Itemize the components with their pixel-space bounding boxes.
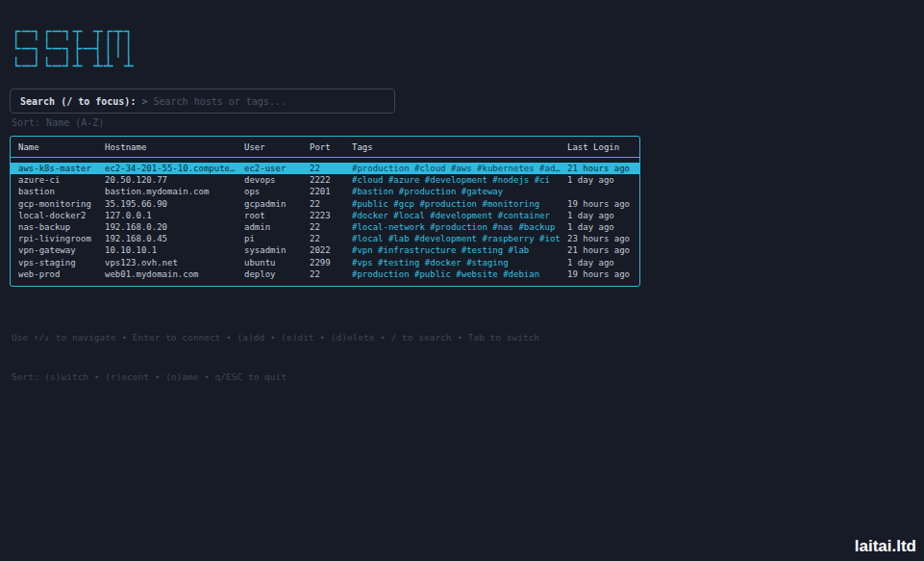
cell-tags: #docker #local #development #container (352, 210, 567, 221)
table-row[interactable]: vps-staging vps123.ovh.net ubuntu 2299 #… (11, 257, 639, 268)
cell-user: ubuntu (244, 257, 310, 268)
cell-last-login: 21 hours ago (567, 244, 632, 256)
cell-last-login (567, 186, 632, 197)
search-prompt-icon: > (141, 96, 153, 107)
cell-name: vpn-gateway (18, 244, 105, 256)
cell-name: vps-staging (18, 257, 105, 268)
cell-user: root (244, 210, 310, 221)
sort-help-text: Sort: (s)witch • (r)ecent • (n)ame • q/E… (12, 370, 539, 384)
cell-name: rpi-livingroom (18, 233, 105, 244)
cell-port: 22 (310, 268, 352, 280)
cell-port: 22 (310, 163, 352, 174)
cell-last-login: 1 day ago (567, 174, 632, 186)
table-row[interactable]: vpn-gateway 10.10.10.1 sysadmin 2022 #vp… (11, 244, 639, 256)
cell-hostname: 10.10.10.1 (105, 244, 244, 256)
cell-last-login: 1 day ago (567, 210, 632, 221)
table-row[interactable]: bastion bastion.mydomain.com ops 2201 #b… (11, 186, 639, 197)
column-header-tags: Tags (352, 142, 567, 152)
cell-tags: #local-network #production #nas #backup (352, 221, 567, 233)
column-header-user: User (244, 142, 310, 152)
cell-tags: #production #public #website #debian (352, 268, 567, 280)
search-placeholder: Search hosts or tags... (153, 96, 286, 107)
cell-hostname: web01.mydomain.com (105, 268, 244, 280)
footer: Use ↑/↓ to navigate • Enter to connect •… (12, 305, 539, 409)
cell-name: aws-k8s-master (18, 163, 105, 174)
cell-tags: #local #lab #development #raspberry #iot (352, 233, 567, 244)
column-header-last-login: Last Login (567, 142, 632, 152)
table-row[interactable]: web-prod web01.mydomain.com deploy 22 #p… (11, 268, 639, 280)
table-header: Name Hostname User Port Tags Last Login (11, 137, 639, 158)
cell-hostname: 127.0.0.1 (105, 210, 244, 221)
cell-name: web-prod (18, 268, 105, 280)
cell-name: nas-backup (18, 221, 105, 233)
cell-last-login: 19 hours ago (567, 268, 632, 280)
cell-last-login: 19 hours ago (567, 198, 632, 210)
cell-last-login: 1 day ago (567, 257, 632, 268)
cell-hostname: 192.168.0.20 (105, 221, 244, 233)
table-row[interactable]: local-docker2 127.0.0.1 root 2223 #docke… (11, 210, 639, 221)
cell-port: 22 (310, 233, 352, 244)
cell-user: deploy (244, 268, 310, 280)
search-input[interactable]: Search (/ to focus): > Search hosts or t… (10, 89, 395, 114)
column-header-hostname: Hostname (105, 142, 244, 152)
cell-hostname: ec2-34-201-55-10.compute… (105, 163, 244, 174)
cell-hostname: 20.50.120.77 (105, 174, 244, 186)
cell-tags: #cloud #azure #development #nodejs #ci (352, 174, 567, 186)
cell-port: 2201 (310, 186, 352, 197)
cell-name: bastion (18, 186, 105, 197)
cell-port: 22 (310, 198, 352, 210)
table-row[interactable]: aws-k8s-master ec2-34-201-55-10.compute…… (11, 163, 639, 174)
sort-status: Sort: Name (A-Z) (12, 117, 104, 128)
cell-port: 2223 (310, 210, 352, 221)
cell-hostname: vps123.ovh.net (105, 257, 244, 268)
cell-user: sysadmin (244, 244, 310, 256)
hosts-table: Name Hostname User Port Tags Last Login … (10, 136, 640, 287)
column-header-port: Port (310, 142, 352, 152)
cell-port: 2022 (310, 244, 352, 256)
cell-user: ops (244, 186, 310, 197)
cell-user: devops (244, 174, 310, 186)
table-row[interactable]: azure-ci 20.50.120.77 devops 2222 #cloud… (11, 174, 639, 186)
cell-last-login: 23 hours ago (567, 233, 632, 244)
table-row[interactable]: gcp-monitoring 35.195.66.90 gcpadmin 22 … (11, 198, 639, 210)
table-body: aws-k8s-master ec2-34-201-55-10.compute…… (11, 158, 639, 286)
cell-name: gcp-monitoring (18, 198, 105, 210)
cell-hostname: 35.195.66.90 (105, 198, 244, 210)
cell-tags: #public #gcp #production #monitoring (352, 198, 567, 210)
cell-last-login: 1 day ago (567, 221, 632, 233)
cell-port: 2299 (310, 257, 352, 268)
table-row[interactable]: rpi-livingroom 192.168.0.45 pi 22 #local… (11, 233, 639, 244)
column-header-name: Name (18, 142, 105, 152)
cell-user: ec2-user (244, 163, 310, 174)
cell-name: azure-ci (18, 174, 105, 186)
cell-name: local-docker2 (18, 210, 105, 221)
cell-tags: #production #cloud #aws #kubernetes #ad… (352, 163, 567, 174)
watermark: laitai.ltd (855, 537, 916, 556)
cell-last-login: 21 hours ago (567, 163, 632, 174)
cell-hostname: bastion.mydomain.com (105, 186, 244, 197)
app-logo: ┌─┐┌─┐┬ ┬┌┬┐ └─┐└─┐├─┤│││ └─┘└─┘┴ ┴┴ ┴ (12, 23, 135, 75)
cell-hostname: 192.168.0.45 (105, 233, 244, 244)
search-label: Search (/ to focus): (20, 96, 141, 107)
app-screen: ┌─┐┌─┐┬ ┬┌┬┐ └─┐└─┐├─┤│││ └─┘└─┘┴ ┴┴ ┴ S… (0, 0, 924, 561)
cell-port: 22 (310, 221, 352, 233)
cell-user: gcpadmin (244, 198, 310, 210)
table-row[interactable]: nas-backup 192.168.0.20 admin 22 #local-… (11, 221, 639, 233)
help-text: Use ↑/↓ to navigate • Enter to connect •… (12, 331, 539, 344)
cell-port: 2222 (310, 174, 352, 186)
cell-user: admin (244, 221, 310, 233)
cell-user: pi (244, 233, 310, 244)
cell-tags: #bastion #production #gateway (352, 186, 567, 197)
cell-tags: #vps #testing #docker #staging (352, 257, 567, 268)
cell-tags: #vpn #infrastructure #testing #lab (352, 244, 567, 256)
